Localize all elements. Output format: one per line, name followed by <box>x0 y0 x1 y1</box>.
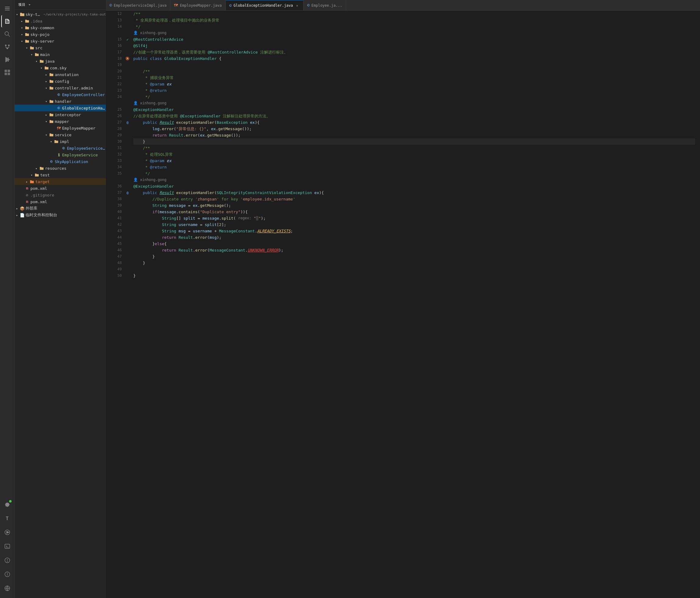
tree-item-impl[interactable]: ▾ impl <box>15 138 106 145</box>
tab-employee[interactable]: © Employee.ja... <box>303 0 346 11</box>
tree-item-test[interactable]: ▾ test <box>15 172 106 178</box>
tree-item-external-libs[interactable]: ▸ 📦 外部库 <box>15 205 106 212</box>
tree-item-scratch[interactable]: ▸ 📄 临时文件和控制台 <box>15 212 106 218</box>
tab-employee-service-impl[interactable]: © EmployeeServiceImpl.java <box>106 0 170 11</box>
gutter-25 <box>124 106 131 113</box>
tree-arrow: ▾ <box>44 100 49 103</box>
tree-item-idea[interactable]: ▸ .idea <box>15 18 106 24</box>
info-circle-icon[interactable] <box>1 568 14 580</box>
line-num-19: 19 <box>108 62 122 68</box>
tab-close-button[interactable]: ✕ <box>295 3 299 8</box>
code-line-48: } <box>133 260 695 266</box>
tree-item-annotation[interactable]: ▸ annotation <box>15 71 106 78</box>
line-num-37: 37 <box>108 189 122 196</box>
tree-item-sky-common[interactable]: ▾ sky-common <box>15 24 106 31</box>
code-line-41: String[] split = message.split( regex: "… <box>133 215 695 222</box>
editor[interactable]: 12 13 14 15 16 17 18 19 20 21 22 23 24 2… <box>106 11 700 598</box>
svg-point-24 <box>7 573 7 573</box>
settings-badge-icon[interactable] <box>1 498 14 511</box>
line-num-18: 18 <box>108 55 122 62</box>
tree-label: java <box>45 59 54 63</box>
tree-label: config <box>55 79 69 84</box>
tree-item-com-sky[interactable]: ▾ com.sky <box>15 64 106 71</box>
sidebar-tree: ▾ sky-take-out ~/work/sky-project/sky-ta… <box>15 10 106 598</box>
gutter-33 <box>124 158 131 164</box>
tree-item-sky-server[interactable]: ▾ sky-server <box>15 38 106 45</box>
gutter-26 <box>124 113 131 119</box>
gutter-44 <box>124 234 131 241</box>
svg-point-21 <box>7 562 7 562</box>
tab-global-exception-handler[interactable]: © GlobalExceptionHandler.java ✕ <box>226 0 304 11</box>
line-num-17: 17 <box>108 49 122 55</box>
play-circle-icon[interactable] <box>1 526 14 538</box>
tree-item-main[interactable]: ▾ main <box>15 51 106 58</box>
line-num-38: 38 <box>108 196 122 202</box>
sidebar: 项目 ▾ sky-take-out ~/work/sky-project/sky… <box>15 0 106 598</box>
tree-item-employee-service-impl[interactable]: © EmployeeServiceImpl <box>15 145 106 152</box>
extensions-icon[interactable] <box>1 66 14 78</box>
gutter-46 <box>124 247 131 253</box>
line-num-author3 <box>108 177 122 183</box>
tree-arrow: ▾ <box>29 173 34 177</box>
tree-item-config[interactable]: ▸ config <box>15 78 106 84</box>
tree-item-java[interactable]: ▾ java <box>15 58 106 64</box>
line-num-author2 <box>108 100 122 106</box>
svg-rect-14 <box>8 73 10 75</box>
tree-arrow: ▾ <box>20 33 24 36</box>
tree-item-mapper[interactable]: ▾ mapper <box>15 118 106 125</box>
code-line-33: * @param ex <box>133 158 695 164</box>
tree-arrow: ▾ <box>15 13 20 16</box>
tree-item-service[interactable]: ▾ service <box>15 131 106 138</box>
run-icon[interactable] <box>1 54 14 66</box>
tree-item-src[interactable]: ▾ src <box>15 45 106 51</box>
line-num-author1 <box>108 30 122 36</box>
tree-label: EmployeeMapper <box>62 126 96 130</box>
source-control-icon[interactable] <box>1 41 14 53</box>
line-num-50: 50 <box>108 272 122 279</box>
code-line-25: @ExceptionHandler <box>133 106 695 113</box>
tree-item-sky-application[interactable]: © SkyApplication <box>15 158 106 165</box>
code-line-50: } <box>133 272 695 279</box>
gutter-48 <box>124 260 131 266</box>
code-line-15: @RestControllerAdvice <box>133 36 695 43</box>
explorer-icon[interactable] <box>1 15 14 27</box>
tree-arrow: ▾ <box>39 66 44 70</box>
tree-item-handler[interactable]: ▾ handler <box>15 98 106 105</box>
gutter-29 <box>124 132 131 138</box>
tree-item-sky-pojo[interactable]: ▾ sky-pojo <box>15 31 106 38</box>
tree-item-pom-xml-2[interactable]: m pom.xml <box>15 198 106 205</box>
gutter-author1 <box>124 30 131 36</box>
tree-label: .gitignore <box>30 193 54 198</box>
tree-item-pom-xml-1[interactable]: m pom.xml <box>15 185 106 192</box>
folder-icon <box>54 139 59 144</box>
gutter-17 <box>124 49 131 55</box>
menu-icon[interactable] <box>1 2 14 15</box>
tab-label: Employee.ja... <box>311 3 342 8</box>
tree-item-gitignore[interactable]: ⊘ .gitignore <box>15 192 106 198</box>
tree-label: annotation <box>55 72 78 77</box>
tab-employee-mapper[interactable]: 🗺 EmployeeMapper.java <box>170 0 226 11</box>
tree-item-global-exception-handler[interactable]: © GlobalExceptionHandler <box>15 105 106 111</box>
tree-item-root[interactable]: ▾ sky-take-out ~/work/sky-project/sky-ta… <box>15 11 106 18</box>
tree-label: EmployeeServiceImpl <box>67 146 106 151</box>
gutter-34 <box>124 164 131 170</box>
search-icon[interactable] <box>1 28 14 40</box>
remote-icon[interactable] <box>1 582 14 594</box>
tree-item-controller-admin[interactable]: ▾ controller.admin <box>15 84 106 91</box>
gutter-43 <box>124 228 131 234</box>
tree-item-employee-controller[interactable]: © EmployeeController <box>15 91 106 98</box>
terminal-icon[interactable] <box>1 540 14 552</box>
tab-label: EmployeeMapper.java <box>180 3 222 8</box>
tree-item-employee-service[interactable]: ℹ EmployeeService <box>15 152 106 158</box>
tree-item-employee-mapper[interactable]: 🗺 EmployeeMapper <box>15 125 106 131</box>
gutter-47 <box>124 253 131 260</box>
tree-item-interceptor[interactable]: ▸ interceptor <box>15 111 106 118</box>
text-size-icon[interactable]: T <box>1 512 14 524</box>
gutter-16 <box>124 43 131 49</box>
tree-item-target[interactable]: ▸ target <box>15 178 106 185</box>
code-line-43: String msg = username + MessageConstant.… <box>133 228 695 234</box>
tree-item-resources[interactable]: ▸ resources <box>15 165 106 172</box>
warning-circle-icon[interactable] <box>1 554 14 566</box>
line-num-40: 40 <box>108 209 122 215</box>
line-num-26: 26 <box>108 113 122 119</box>
